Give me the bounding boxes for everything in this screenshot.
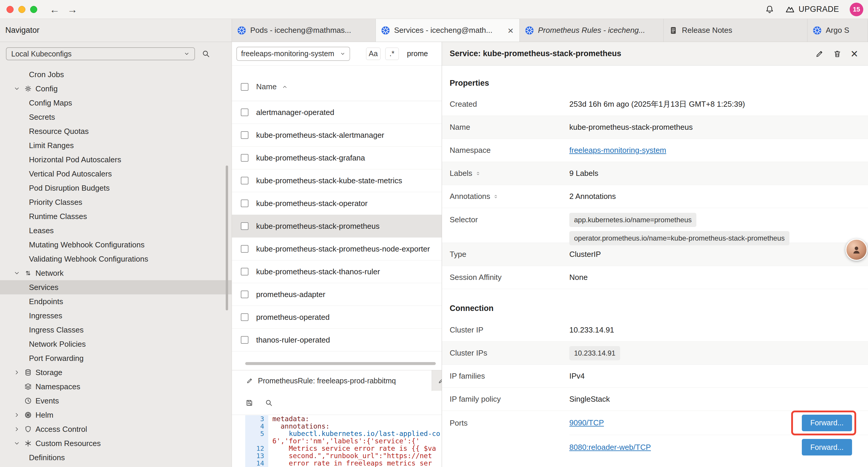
sidebar-item-vertical-pod-autoscalers[interactable]: Vertical Pod Autoscalers <box>0 167 231 181</box>
forward-port-button[interactable]: Forward... <box>802 415 852 431</box>
sidebar-item-services[interactable]: Services <box>0 280 231 294</box>
sidebar-scrollbar[interactable] <box>226 166 228 310</box>
sidebar-item-label: Namespaces <box>35 382 80 391</box>
connection-row-ports: Ports 9090/TCP Forward... 8080:reloader-… <box>442 411 868 459</box>
tab-argo[interactable]: Argo S <box>807 19 868 42</box>
sidebar-item-secrets[interactable]: Secrets <box>0 110 231 124</box>
property-label: Cluster IP <box>450 325 569 334</box>
horizontal-scrollbar[interactable] <box>245 362 436 365</box>
tab-release-notes[interactable]: Release Notes <box>663 19 807 42</box>
sidebar-item-namespaces[interactable]: Namespaces <box>0 380 231 394</box>
line-number: 5 <box>245 430 268 437</box>
kubernetes-icon <box>525 26 534 35</box>
row-checkbox[interactable] <box>241 154 248 162</box>
sidebar-item-pod-disruption-budgets[interactable]: Pod Disruption Budgets <box>0 181 231 195</box>
annotations-count[interactable]: 2 Annotations <box>569 192 616 201</box>
expand-collapse-icon[interactable] <box>493 194 498 199</box>
tab-prometheus-rules[interactable]: Prometheus Rules - icecheng... <box>520 19 663 42</box>
sidebar-item-cron-jobs[interactable]: Cron Jobs <box>0 67 231 82</box>
dock-tab-prometheusrule[interactable]: PrometheusRule: freeleaps-prod-rabbitmq <box>232 370 432 391</box>
forward-port-button[interactable]: Forward... <box>802 439 852 456</box>
delete-icon[interactable] <box>833 49 842 58</box>
row-checkbox[interactable] <box>241 313 248 321</box>
row-checkbox[interactable] <box>241 131 248 139</box>
labels-count[interactable]: 9 Labels <box>569 169 598 178</box>
service-name: thanos-ruler-operated <box>256 335 330 345</box>
tab-pods[interactable]: Pods - icecheng@mathmas... <box>232 19 376 42</box>
sidebar-item-ingresses[interactable]: Ingresses <box>0 309 231 323</box>
select-all-checkbox[interactable] <box>241 83 248 91</box>
forward-button[interactable]: → <box>67 4 78 14</box>
storage-icon <box>24 369 32 376</box>
sidebar-item-ingress-classes[interactable]: Ingress Classes <box>0 323 231 337</box>
property-row-created: Created 253d 16h 6m ago (2025年1月13日 GMT+… <box>442 93 868 116</box>
sidebar-item-config-maps[interactable]: Config Maps <box>0 96 231 110</box>
sidebar-item-helm[interactable]: Helm <box>0 408 231 422</box>
sidebar-item-limit-ranges[interactable]: Limit Ranges <box>0 138 231 152</box>
row-checkbox[interactable] <box>241 222 248 230</box>
port-link-8080[interactable]: 8080:reloader-web/TCP <box>569 443 651 452</box>
sidebar-item-network-policies[interactable]: Network Policies <box>0 337 231 351</box>
sidebar-item-config[interactable]: Config <box>0 82 231 96</box>
row-checkbox[interactable] <box>241 109 248 116</box>
sidebar-item-port-forwarding[interactable]: Port Forwarding <box>0 351 231 365</box>
window-controls <box>0 6 37 13</box>
sort-ascending-icon[interactable] <box>282 84 288 90</box>
row-checkbox[interactable] <box>241 336 248 344</box>
sidebar-item-events[interactable]: Events <box>0 394 231 408</box>
match-case-button[interactable]: Aa <box>366 48 380 60</box>
kubeconfig-select[interactable]: Local Kubeconfigs <box>6 47 195 60</box>
row-checkbox[interactable] <box>241 177 248 184</box>
cluster-ip-badge: 10.233.14.91 <box>569 346 620 360</box>
namespace-filter-value: freeleaps-monitoring-system <box>241 49 334 58</box>
name-column-header[interactable]: Name <box>256 82 277 91</box>
drawer-header: Service: kube-prometheus-stack-prometheu… <box>442 42 868 66</box>
sidebar-item-storage[interactable]: Storage <box>0 365 231 380</box>
notification-count-badge[interactable]: 15 <box>850 3 863 16</box>
mountain-icon <box>785 4 795 14</box>
sidebar-item-priority-classes[interactable]: Priority Classes <box>0 195 231 209</box>
code-text: metadata: <box>268 415 309 423</box>
minimize-window-button[interactable] <box>18 6 25 13</box>
service-name: kube-prometheus-stack-kube-state-metrics <box>256 176 402 185</box>
sidebar-item-endpoints[interactable]: Endpoints <box>0 294 231 309</box>
presence-avatar[interactable] <box>845 239 867 261</box>
close-window-button[interactable] <box>6 6 13 13</box>
edit-icon[interactable] <box>815 49 824 58</box>
expand-collapse-icon[interactable] <box>475 171 481 176</box>
sidebar-item-label: Config <box>35 84 58 93</box>
sidebar-item-access-control[interactable]: Access Control <box>0 422 231 436</box>
sidebar-item-horizontal-pod-autoscalers[interactable]: Horizontal Pod Autoscalers <box>0 152 231 167</box>
row-checkbox[interactable] <box>241 268 248 275</box>
property-label: IP families <box>450 372 569 381</box>
sidebar-item-mutating-webhook-configurations[interactable]: Mutating Webhook Configurations <box>0 238 231 252</box>
row-checkbox[interactable] <box>241 245 248 253</box>
notifications-bell-icon[interactable] <box>765 5 774 14</box>
search-icon[interactable] <box>202 49 210 58</box>
maximize-window-button[interactable] <box>30 6 37 13</box>
back-button[interactable]: ← <box>50 4 60 14</box>
search-icon[interactable] <box>265 399 273 407</box>
sidebar-item-label: Events <box>35 396 59 406</box>
row-checkbox[interactable] <box>241 200 248 207</box>
namespace-link[interactable]: freeleaps-monitoring-system <box>569 146 666 155</box>
close-drawer-icon[interactable]: × <box>850 48 858 60</box>
sidebar-item-custom-resources[interactable]: Custom Resources <box>0 436 231 450</box>
sidebar-item-runtime-classes[interactable]: Runtime Classes <box>0 209 231 224</box>
namespace-filter-select[interactable]: freeleaps-monitoring-system <box>236 47 350 61</box>
sidebar-item-label: Custom Resources <box>35 439 101 448</box>
regex-toggle-button[interactable]: .* <box>385 48 399 60</box>
sidebar-item-network[interactable]: Network <box>0 266 231 280</box>
sidebar-item-definitions[interactable]: Definitions <box>0 450 231 465</box>
upgrade-button[interactable]: UPGRADE <box>785 4 839 14</box>
close-tab-icon[interactable]: × <box>507 25 514 35</box>
tab-services[interactable]: Services - icecheng@math... × <box>376 19 520 42</box>
port-link-9090[interactable]: 9090/TCP <box>569 418 604 428</box>
sidebar-item-validating-webhook-configurations[interactable]: Validating Webhook Configurations <box>0 252 231 266</box>
save-icon[interactable] <box>245 399 253 407</box>
sidebar-item-label: Runtime Classes <box>29 212 87 221</box>
sidebar-item-leases[interactable]: Leases <box>0 224 231 238</box>
row-checkbox[interactable] <box>241 291 248 298</box>
sidebar-item-resource-quotas[interactable]: Resource Quotas <box>0 124 231 138</box>
titlebar: ← → UPGRADE 15 <box>0 0 868 19</box>
